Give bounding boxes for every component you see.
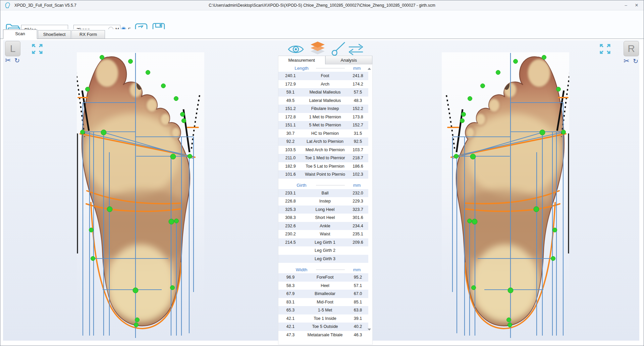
right-value: 232.0 — [347, 191, 368, 195]
layers-icon[interactable] — [310, 42, 326, 56]
table-row[interactable]: 172.9Arch174.2 — [278, 80, 368, 89]
section-title: Width — [290, 267, 313, 272]
table-row[interactable]: Leg Girth 3 — [278, 255, 368, 263]
measure-label: Mid-Foot — [303, 300, 347, 304]
measure-label: Waist — [303, 232, 347, 236]
tab-rx-form[interactable]: RX Form — [71, 30, 105, 39]
left-value: 230.2 — [278, 232, 303, 236]
table-row[interactable]: 308.3Short Heel301.6 — [278, 214, 368, 222]
right-value: 46.3 — [347, 333, 368, 337]
table-row[interactable]: 103.5Med Arch to Pternion103.7 — [278, 146, 368, 154]
tab-measurement[interactable]: Measurement — [278, 56, 325, 64]
unit-label: mm — [348, 183, 366, 188]
table-row[interactable]: 232.6Ankle234.4 — [278, 222, 368, 230]
left-rotate-icon[interactable]: ↻ — [14, 57, 20, 64]
table-row[interactable]: 42.1Toe 1 Inside39.1 — [278, 314, 368, 323]
section-title: Girth — [290, 183, 313, 188]
right-value: 40.2 — [347, 324, 368, 329]
swap-compare-icon[interactable] — [348, 43, 364, 56]
left-value: 92.2 — [278, 139, 303, 144]
section-gap — [278, 263, 372, 266]
tab-shoeselect[interactable]: ShoeSelect — [38, 30, 71, 39]
table-row[interactable]: 151.15 Met to Pternion152.7 — [278, 121, 368, 129]
table-row[interactable]: 59.1Medial Malleolus57.5 — [278, 88, 368, 97]
section-header-girth: Girthmm — [278, 182, 372, 189]
left-value: 101.6 — [278, 172, 303, 177]
table-row[interactable]: 49.5Lateral Malleolus48.3 — [278, 97, 368, 105]
table-row[interactable]: 151.2Fibulare Instep152.2 — [278, 105, 368, 113]
left-value: 96.9 — [278, 275, 303, 280]
right-value: 92.5 — [347, 139, 368, 144]
right-value: 209.6 — [347, 240, 368, 245]
tab-analysis[interactable]: Analysis — [325, 56, 373, 64]
left-value: 30.7 — [278, 131, 303, 136]
table-row[interactable]: 65.31-5 Met63.8 — [278, 306, 368, 314]
left-value: 240.1 — [278, 73, 303, 78]
measure-label: Toe 1 Med to Pternior — [303, 156, 347, 160]
right-value: 186.6 — [347, 164, 368, 169]
measure-label: 1-5 Met — [303, 308, 347, 312]
measure-label: Lat Arch to Pternion — [303, 139, 347, 144]
table-row[interactable]: Leg Girth 2 — [278, 246, 368, 255]
table-row[interactable]: 92.2Lat Arch to Pternion92.5 — [278, 137, 368, 146]
right-crop-scissors-icon[interactable]: ✂ — [624, 57, 630, 65]
left-value: 172.8 — [278, 115, 303, 119]
right-value: 85.1 — [347, 300, 368, 304]
table-row[interactable]: 182.9Toe 5 Lat to Pternion186.6 — [278, 162, 368, 171]
right-rotate-icon[interactable]: ↻ — [633, 57, 638, 65]
left-value: 172.9 — [278, 82, 303, 86]
close-button[interactable]: ✕ — [632, 0, 642, 10]
right-value: 95.2 — [347, 275, 368, 280]
left-value: 211.0 — [278, 156, 303, 160]
panel-tab-strip: Measurement Analysis — [278, 56, 372, 64]
measure-label: Arch — [303, 82, 347, 86]
table-row[interactable]: 230.2Waist235.1 — [278, 230, 368, 238]
right-value: 63.8 — [347, 308, 368, 312]
left-value: 214.5 — [278, 240, 303, 245]
scroll-down-button[interactable] — [368, 329, 371, 331]
minimize-button[interactable]: – — [621, 0, 631, 10]
tab-scan[interactable]: Scan — [3, 30, 37, 39]
table-row[interactable]: 83.1Mid-Foot85.1 — [278, 298, 368, 306]
table-row[interactable]: 96.9ForeFoot95.2 — [278, 273, 368, 282]
paintbrush-icon[interactable] — [330, 42, 346, 56]
right-foot-scan[interactable] — [442, 52, 569, 341]
table-row[interactable]: 101.6Waist Point to Pternio102.3 — [278, 170, 368, 179]
table-row[interactable]: 240.1Foot241.8 — [278, 72, 368, 80]
left-crop-scissors-icon[interactable]: ✂ — [5, 56, 11, 64]
table-row[interactable]: 233.1Ball232.0 — [278, 189, 368, 197]
measure-label: Ankle — [303, 224, 347, 228]
right-value: 67.0 — [347, 291, 368, 296]
right-value: 152.2 — [347, 106, 368, 111]
left-value: 325.3 — [278, 207, 303, 212]
measure-label: Foot — [303, 73, 347, 78]
table-row[interactable]: 211.0Toe 1 Med to Pternior218.7 — [278, 154, 368, 162]
left-value: 151.2 — [278, 106, 303, 111]
scroll-up-button[interactable] — [368, 68, 371, 70]
left-foot-scan[interactable] — [77, 52, 204, 341]
left-value: 42.1 — [278, 316, 303, 321]
table-row[interactable]: 325.3Long Heel323.7 — [278, 206, 368, 214]
section-header-width: Widthmm — [278, 266, 372, 273]
table-row[interactable]: 30.7HC to Pternion31.5 — [278, 129, 368, 138]
left-foot-button[interactable]: L — [5, 41, 20, 56]
left-value: 67.9 — [278, 291, 303, 296]
table-row[interactable]: 47.3Metatarsale Tibiale46.3 — [278, 331, 368, 339]
right-expand-icon[interactable] — [598, 43, 612, 55]
left-value: 65.3 — [278, 308, 303, 312]
right-value: 173.8 — [347, 115, 368, 119]
table-row[interactable]: 214.5Leg Girth 1209.6 — [278, 238, 368, 247]
table-row[interactable]: 226.8Instep229.3 — [278, 197, 368, 206]
table-row[interactable]: 42.1Toe 5 Outside40.2 — [278, 323, 368, 331]
measure-label: HC to Pternion — [303, 131, 347, 136]
measure-label: Fibulare Instep — [303, 106, 347, 111]
left-expand-icon[interactable] — [31, 43, 44, 55]
measure-label: Short Heel — [303, 215, 347, 220]
table-row[interactable]: 172.81 Met to Pternion173.8 — [278, 113, 368, 121]
visibility-eye-icon[interactable] — [287, 44, 304, 55]
table-row[interactable]: 58.3Heel57.1 — [278, 282, 368, 290]
measure-label: Toe 5 Outside — [303, 324, 347, 329]
right-foot-button[interactable]: R — [624, 41, 639, 56]
main-tab-strip: Scan ShoeSelect RX Form — [0, 29, 644, 39]
table-row[interactable]: 67.9Bimalleolar67.0 — [278, 290, 368, 298]
